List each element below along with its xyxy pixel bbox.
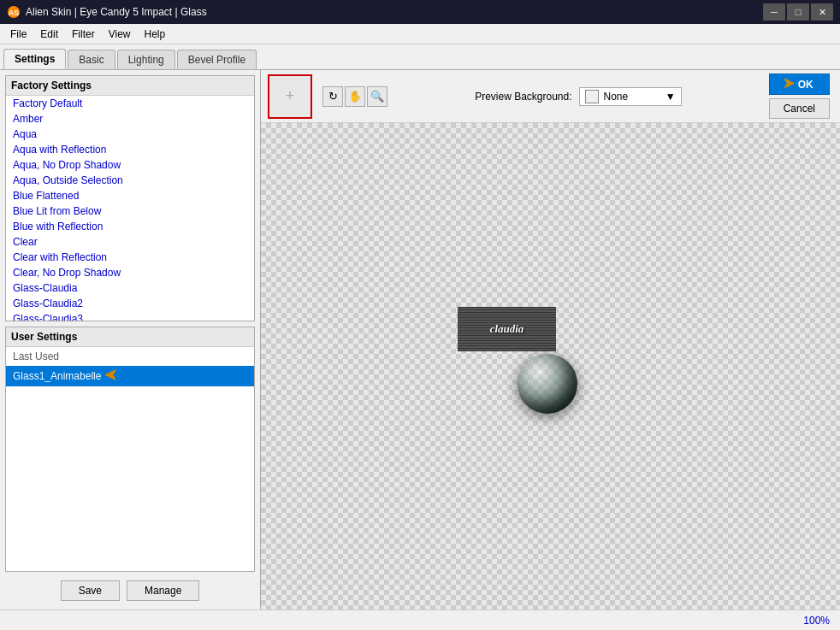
- user-settings-header: User Settings: [6, 327, 254, 347]
- main-layout: Factory Settings Factory Default Amber A…: [0, 70, 840, 609]
- status-bar: 100%: [0, 609, 840, 630]
- app-icon: AS: [7, 5, 21, 19]
- preview-bg-label: Preview Background:: [475, 91, 571, 103]
- minimize-button[interactable]: ─: [763, 3, 785, 21]
- preview-header: + ↻ ✋ 🔍 Preview Background: None ▼: [261, 70, 840, 123]
- preview-canvas: claudia: [261, 123, 840, 609]
- user-settings-item[interactable]: Glass1_Animabelle ⮜: [6, 366, 254, 386]
- preview-thumbnail: +: [268, 74, 312, 119]
- list-item[interactable]: Clear: [6, 234, 254, 250]
- zoom-level: 100%: [803, 615, 830, 627]
- menu-file[interactable]: File: [3, 26, 33, 42]
- list-item[interactable]: Amber: [6, 111, 254, 127]
- list-item[interactable]: Clear with Reflection: [6, 250, 254, 265]
- list-item[interactable]: Aqua, Outside Selection: [6, 173, 254, 188]
- right-panel: + ↻ ✋ 🔍 Preview Background: None ▼: [261, 70, 840, 609]
- menu-view[interactable]: View: [102, 26, 138, 42]
- list-item[interactable]: Aqua: [6, 127, 254, 142]
- list-item[interactable]: Aqua with Reflection: [6, 142, 254, 157]
- preview-background-section: Preview Background: None ▼: [394, 87, 762, 106]
- zoom-button[interactable]: 🔍: [367, 86, 387, 107]
- preview-bg-value: None: [604, 91, 629, 103]
- manage-button[interactable]: Manage: [127, 580, 199, 601]
- svg-text:AS: AS: [9, 9, 20, 17]
- user-settings-subheader: Last Used: [6, 347, 254, 366]
- menu-filter[interactable]: Filter: [65, 26, 102, 42]
- ok-cancel-section: ⮞ OK Cancel: [769, 74, 833, 119]
- list-item[interactable]: Clear, No Drop Shadow: [6, 265, 254, 280]
- tab-lighting[interactable]: Lighting: [117, 50, 175, 69]
- title-bar-text: Alien Skin | Eye Candy 5 Impact | Glass: [26, 6, 207, 18]
- selection-arrow-icon: ⮜: [104, 368, 118, 384]
- factory-settings-header: Factory Settings: [6, 76, 254, 96]
- user-settings-container: User Settings Last Used Glass1_Animabell…: [5, 327, 255, 573]
- menu-edit[interactable]: Edit: [33, 26, 65, 42]
- list-item[interactable]: Blue Lit from Below: [6, 203, 254, 219]
- tab-basic[interactable]: Basic: [68, 50, 115, 69]
- close-button[interactable]: ✕: [811, 3, 833, 21]
- color-swatch: [585, 90, 599, 103]
- dropdown-chevron-icon: ▼: [665, 91, 676, 103]
- reset-view-button[interactable]: ↻: [322, 86, 343, 107]
- thumbnail-cross-icon: +: [286, 87, 295, 105]
- ok-arrow-icon: ⮞: [784, 78, 795, 91]
- cancel-button[interactable]: Cancel: [769, 98, 830, 119]
- glass-ball-preview: [518, 354, 577, 414]
- preview-tools: ↻ ✋ 🔍: [322, 86, 387, 107]
- claudia-image-area: claudia: [458, 307, 556, 351]
- factory-settings-list[interactable]: Factory Default Amber Aqua Aqua with Ref…: [6, 96, 254, 321]
- ok-label: OK: [798, 79, 813, 91]
- list-item[interactable]: Blue Flattened: [6, 188, 254, 203]
- save-button[interactable]: Save: [61, 580, 120, 601]
- user-settings-list[interactable]: Glass1_Animabelle ⮜: [6, 366, 254, 572]
- left-panel: Factory Settings Factory Default Amber A…: [0, 70, 261, 609]
- preview-bg-dropdown[interactable]: None ▼: [579, 87, 682, 106]
- factory-settings-container: Factory Settings Factory Default Amber A…: [5, 75, 255, 321]
- bottom-buttons: Save Manage: [5, 577, 255, 604]
- list-item[interactable]: Glass-Claudia3: [6, 311, 254, 321]
- list-item[interactable]: Glass-Claudia: [6, 280, 254, 296]
- list-item[interactable]: Glass-Claudia2: [6, 296, 254, 311]
- tab-bar: Settings Basic Lighting Bevel Profile: [0, 44, 840, 70]
- ok-button[interactable]: ⮞ OK: [769, 74, 830, 95]
- maximize-button[interactable]: □: [787, 3, 809, 21]
- title-bar: AS Alien Skin | Eye Candy 5 Impact | Gla…: [0, 0, 840, 24]
- tab-bevel-profile[interactable]: Bevel Profile: [177, 50, 257, 69]
- menu-bar: File Edit Filter View Help: [0, 24, 840, 44]
- list-item[interactable]: Blue with Reflection: [6, 219, 254, 234]
- pan-button[interactable]: ✋: [345, 86, 365, 107]
- list-item[interactable]: Aqua, No Drop Shadow: [6, 157, 254, 173]
- menu-help[interactable]: Help: [138, 26, 173, 42]
- user-item-label: Glass1_Animabelle: [13, 370, 101, 382]
- list-item[interactable]: Factory Default: [6, 96, 254, 111]
- claudia-text: claudia: [490, 322, 524, 336]
- tab-settings[interactable]: Settings: [3, 49, 66, 69]
